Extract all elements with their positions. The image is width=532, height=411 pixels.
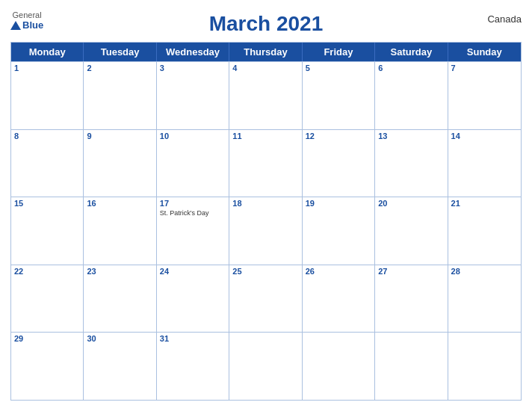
logo-blue-text: Blue — [22, 19, 43, 31]
day-cell-3: 3 — [157, 62, 229, 129]
calendar-title: March 2021 — [209, 12, 324, 36]
day-header-friday: Friday — [303, 43, 375, 61]
day-cell-21: 21 — [448, 197, 521, 265]
day-number-31: 31 — [160, 334, 226, 343]
day-number-14: 14 — [451, 132, 518, 140]
day-header-wednesday: Wednesday — [157, 43, 229, 61]
day-cell-29: 29 — [11, 333, 84, 400]
day-number-27: 27 — [378, 267, 444, 276]
day-cell-14: 14 — [448, 130, 521, 197]
day-header-monday: Monday — [11, 43, 84, 61]
day-number-5: 5 — [306, 64, 371, 72]
day-number-3: 3 — [160, 64, 226, 72]
day-cell-6: 6 — [375, 62, 448, 129]
day-cell-26: 26 — [303, 265, 375, 333]
logo-triangle-icon — [10, 21, 21, 30]
day-headers: MondayTuesdayWednesdayThursdayFridaySatu… — [11, 43, 521, 61]
day-cell-11: 11 — [229, 130, 302, 197]
day-number-9: 9 — [87, 132, 152, 140]
day-number-28: 28 — [451, 267, 518, 276]
day-cell-16: 16 — [84, 197, 156, 265]
day-number-15: 15 — [14, 199, 80, 208]
day-cell-empty-6 — [448, 333, 521, 400]
logo-general-text: General — [13, 10, 42, 19]
day-number-13: 13 — [378, 132, 444, 140]
day-cell-empty-3 — [229, 333, 302, 400]
day-cell-9: 9 — [84, 130, 156, 197]
day-number-23: 23 — [87, 267, 152, 276]
day-number-19: 19 — [306, 199, 371, 208]
day-cell-23: 23 — [84, 265, 156, 333]
day-cell-24: 24 — [157, 265, 229, 333]
day-number-24: 24 — [160, 267, 226, 276]
week-row-5: 293031 — [11, 332, 521, 400]
week-row-3: 151617St. Patrick's Day18192021 — [11, 197, 521, 265]
day-cell-19: 19 — [303, 197, 375, 265]
day-number-16: 16 — [87, 199, 152, 208]
day-number-12: 12 — [306, 132, 371, 140]
day-number-25: 25 — [232, 267, 298, 276]
day-number-8: 8 — [14, 132, 80, 140]
event-text: St. Patrick's Day — [160, 209, 226, 217]
week-row-2: 891011121314 — [11, 129, 521, 197]
day-cell-22: 22 — [11, 265, 84, 333]
day-number-10: 10 — [160, 132, 226, 140]
day-cell-18: 18 — [229, 197, 302, 265]
day-number-11: 11 — [232, 132, 298, 140]
day-number-1: 1 — [14, 64, 80, 72]
day-cell-7: 7 — [448, 62, 521, 129]
calendar-container: General Blue March 2021 Canada MondayTue… — [0, 0, 532, 411]
day-number-29: 29 — [14, 334, 80, 343]
day-header-sunday: Sunday — [448, 43, 521, 61]
day-number-7: 7 — [451, 64, 518, 72]
day-number-20: 20 — [378, 199, 444, 208]
day-header-tuesday: Tuesday — [84, 43, 156, 61]
day-cell-20: 20 — [375, 197, 448, 265]
day-cell-8: 8 — [11, 130, 84, 197]
day-cell-30: 30 — [84, 333, 156, 400]
day-cell-17: 17St. Patrick's Day — [157, 197, 229, 265]
day-number-22: 22 — [14, 267, 80, 276]
day-number-21: 21 — [451, 199, 518, 208]
calendar-grid: MondayTuesdayWednesdayThursdayFridaySatu… — [10, 42, 522, 401]
day-number-2: 2 — [87, 64, 152, 72]
day-cell-empty-4 — [303, 333, 375, 400]
day-number-6: 6 — [378, 64, 444, 72]
day-cell-2: 2 — [84, 62, 156, 129]
day-cell-4: 4 — [229, 62, 302, 129]
calendar-header: General Blue March 2021 Canada — [10, 7, 522, 39]
day-cell-31: 31 — [157, 333, 229, 400]
week-row-1: 1234567 — [11, 61, 521, 129]
country-label: Canada — [487, 13, 522, 25]
day-cell-13: 13 — [375, 130, 448, 197]
day-number-18: 18 — [232, 199, 298, 208]
day-cell-15: 15 — [11, 197, 84, 265]
weeks-container: 1234567891011121314151617St. Patrick's D… — [11, 61, 521, 400]
day-cell-27: 27 — [375, 265, 448, 333]
day-cell-10: 10 — [157, 130, 229, 197]
day-header-thursday: Thursday — [229, 43, 302, 61]
day-header-saturday: Saturday — [375, 43, 448, 61]
logo-blue-area: Blue — [10, 19, 43, 31]
week-row-4: 22232425262728 — [11, 265, 521, 333]
day-number-17: 17 — [160, 199, 226, 208]
day-cell-12: 12 — [303, 130, 375, 197]
day-number-26: 26 — [306, 267, 371, 276]
day-cell-1: 1 — [11, 62, 84, 129]
day-cell-empty-5 — [375, 333, 448, 400]
day-number-30: 30 — [87, 334, 152, 343]
day-cell-28: 28 — [448, 265, 521, 333]
logo-area: General Blue — [10, 10, 43, 31]
day-cell-25: 25 — [229, 265, 302, 333]
day-cell-5: 5 — [303, 62, 375, 129]
day-number-4: 4 — [232, 64, 298, 72]
